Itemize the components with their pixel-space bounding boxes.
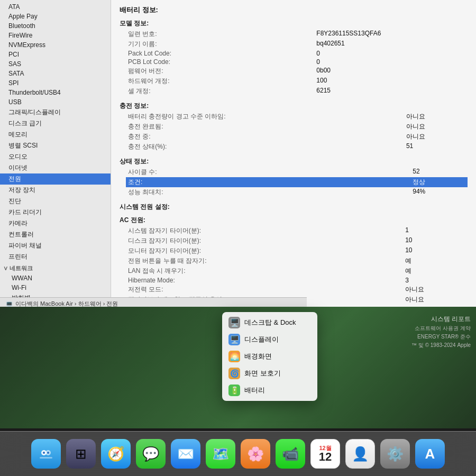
context-menu-item-wallpaper-label: 배경화면 <box>244 352 272 361</box>
pcb-lot-label: PCB Lot Code: <box>126 58 314 66</box>
sidebar-item-power[interactable]: 전원 <box>0 173 111 185</box>
sidebar-item-fiberchannel[interactable]: 파이버 채널 <box>0 240 111 251</box>
sidebar-item-wifi[interactable]: Wi-Fi <box>0 283 111 292</box>
pack-lot-value: 0 <box>314 49 468 58</box>
context-menu[interactable]: 🖥️ 데스크탑 & Dock 🖥️ 디스플레이 🌅 배경화면 🌀 화면 보호기 … <box>222 312 317 401</box>
hardware-label: 하드웨어 개정: <box>126 76 314 86</box>
sidebar-item-diskair[interactable]: 디스크 급기 <box>0 118 111 129</box>
ac-power-title: AC 전원: <box>120 216 468 225</box>
sidebar-item-ata[interactable]: ATA <box>0 2 111 12</box>
ac-lan-value: 예 <box>403 266 468 276</box>
dock-item-appstore[interactable]: A <box>414 438 446 470</box>
svg-rect-5 <box>40 457 52 459</box>
sidebar-item-storage[interactable]: 저장 장치 <box>0 185 111 196</box>
context-menu-item-screensaver[interactable]: 🌀 화면 보호기 <box>222 365 317 382</box>
sidebar-item-diagnostics[interactable]: 진단 <box>0 196 111 207</box>
ac-lowpower-value: 아니요 <box>403 285 468 295</box>
dock: ⊞ 🧭 💬 ✉️ 🗺️ 🌸 📹 12월 12 <box>0 431 476 476</box>
launchpad-icon: ⊞ <box>66 439 96 469</box>
cell-design-label: 셀 개정: <box>126 86 314 96</box>
status-section-title: 상태 정보: <box>120 157 468 166</box>
sidebar: ATA Apple Pay Bluetooth FireWire NVMExpr… <box>0 0 111 307</box>
mail-app-icon: ✉️ <box>171 439 200 469</box>
battery-icon: 🔋 <box>228 385 240 396</box>
sidebar-item-thunderbolt[interactable]: Thunderbolt/USB4 <box>0 88 111 97</box>
charge-info-table: 배터리 충전량이 경고 수준 이하임: 아니요 충전 완료됨: 아니요 충전 중… <box>126 112 468 152</box>
serial-label: 일련 번호: <box>126 29 314 39</box>
cycle-count-label: 사이클 수: <box>126 167 410 177</box>
cycle-count-value: 52 <box>410 167 468 177</box>
charge-section-title: 충전 정보: <box>120 102 468 111</box>
ac-sleep-value: 1 <box>403 226 468 236</box>
dock-item-mail[interactable]: ✉️ <box>170 438 202 470</box>
calendar-app-icon: 12월 12 <box>310 439 340 469</box>
screensaver-icon: 🌀 <box>228 368 240 379</box>
sidebar-item-printer[interactable]: 프린터 <box>0 251 111 262</box>
svg-point-3 <box>43 452 45 454</box>
device-name-value: bq402651 <box>314 39 468 49</box>
apple-copyright-text: ™ 및 © 1983-2024 Apple <box>411 342 471 349</box>
sidebar-item-applepay[interactable]: Apple Pay <box>0 12 111 21</box>
context-menu-item-display[interactable]: 🖥️ 디스플레이 <box>222 331 317 348</box>
model-section-title: 모델 정보: <box>120 19 468 28</box>
hardware-value: 100 <box>314 76 468 86</box>
sidebar-item-bluetooth[interactable]: Bluetooth <box>0 21 111 31</box>
sidebar-item-nvmexpress[interactable]: NVMExpress <box>0 40 111 50</box>
sidebar-item-firewire[interactable]: FireWire <box>0 31 111 40</box>
finder-icon <box>31 439 61 469</box>
dock-item-contacts[interactable]: 👤 <box>344 438 376 470</box>
charging-value: 아니요 <box>404 132 468 142</box>
sidebar-item-spi[interactable]: SPI <box>0 78 111 88</box>
context-menu-item-battery[interactable]: 🔋 배터리 <box>222 382 317 399</box>
dock-item-safari[interactable]: 🧭 <box>100 438 132 470</box>
photos-app-icon: 🌸 <box>241 439 270 469</box>
dock-item-facetime[interactable]: 📹 <box>274 438 306 470</box>
sidebar-item-memory[interactable]: 메모리 <box>0 129 111 140</box>
context-menu-item-wallpaper[interactable]: 🌅 배경화면 <box>222 348 317 365</box>
sidebar-item-wwan[interactable]: WWAN <box>0 273 111 283</box>
sidebar-item-pci[interactable]: PCI <box>0 50 111 59</box>
sidebar-item-graphics[interactable]: 그래픽/디스플레이 <box>0 107 111 118</box>
context-menu-item-desktop-dock[interactable]: 🖥️ 데스크탑 & Dock <box>222 314 317 331</box>
sidebar-item-controller[interactable]: 컨트롤러 <box>0 229 111 240</box>
desktop-dock-icon: 🖥️ <box>228 317 240 328</box>
dock-item-finder[interactable] <box>30 438 62 470</box>
ac-powerbtn-label: 전원 버튼을 누를 때 잠자기: <box>126 256 403 266</box>
low-warn-label: 배터리 충전량이 경고 수준 이하임: <box>126 112 404 122</box>
ac-lan-label: LAN 접속 시 깨우기: <box>126 266 403 276</box>
settings-app-icon: ⚙️ <box>380 439 410 469</box>
appstore-app-icon: A <box>415 439 445 469</box>
energy-star-text: 소프트웨어 사용권 계약 <box>411 325 471 332</box>
max-capacity-label: 성능 최대치: <box>126 187 410 197</box>
cell-design-value: 6215 <box>314 86 468 96</box>
messages-app-icon: 💬 <box>136 439 166 469</box>
contacts-app-icon: 👤 <box>345 439 375 469</box>
facetime-app-icon: 📹 <box>276 439 305 469</box>
ac-monitor-label: 모니터 잠자기 타이머(분): <box>126 246 403 256</box>
dock-item-settings[interactable]: ⚙️ <box>379 438 411 470</box>
dock-item-maps[interactable]: 🗺️ <box>205 438 236 470</box>
ac-sleep-label: 시스템 잠자기 타이머(분): <box>126 226 403 236</box>
sidebar-item-sata[interactable]: SATA <box>0 69 111 78</box>
dock-item-photos[interactable]: 🌸 <box>240 438 271 470</box>
sidebar-item-sas[interactable]: SAS <box>0 59 111 69</box>
sidebar-item-cardreader[interactable]: 카드 리더기 <box>0 207 111 218</box>
dock-item-launchpad[interactable]: ⊞ <box>65 438 97 470</box>
system-report-window: ATA Apple Pay Bluetooth FireWire NVMExpr… <box>0 0 476 307</box>
maps-app-icon: 🗺️ <box>206 439 235 469</box>
dock-item-calendar[interactable]: 12월 12 <box>309 438 341 470</box>
calendar-day: 12 <box>319 451 332 463</box>
sidebar-item-usb[interactable]: USB <box>0 97 111 107</box>
sidebar-item-parallelscsi[interactable]: 병렬 SCSI <box>0 140 111 151</box>
charge-done-value: 아니요 <box>404 122 468 132</box>
sidebar-category-network: ∨ 네트워크 <box>0 263 111 273</box>
ac-hibernate-value: 3 <box>403 276 468 285</box>
ac-disk-label: 디스크 잠자기 타이머(분): <box>126 236 403 246</box>
sidebar-item-camera[interactable]: 카메라 <box>0 218 111 229</box>
sidebar-item-audio[interactable]: 오디오 <box>0 151 111 162</box>
sidebar-item-ethernet[interactable]: 이더넷 <box>0 162 111 173</box>
context-menu-item-screensaver-label: 화면 보호기 <box>244 369 281 378</box>
ac-power-table: 시스템 잠자기 타이머(분): 1 디스크 잠자기 타이머(분): 10 모니터… <box>126 226 468 305</box>
charge-pct-value: 51 <box>404 142 468 152</box>
dock-item-messages[interactable]: 💬 <box>135 438 167 470</box>
